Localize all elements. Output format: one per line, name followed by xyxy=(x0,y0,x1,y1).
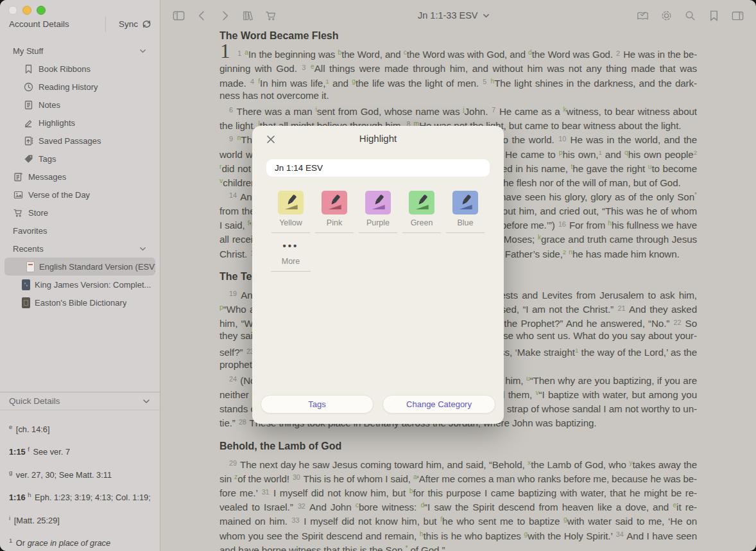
sidebar-item-label: Highlights xyxy=(39,118,75,128)
marker-pen-icon xyxy=(368,194,388,212)
book-cover-icon xyxy=(22,279,30,290)
chapter-number: 1 xyxy=(219,55,234,58)
quick-detail-entry: 1:15 f See ver. 7 xyxy=(9,438,151,460)
highlight-color-pink[interactable]: Pink xyxy=(314,191,355,233)
marker-pen-icon xyxy=(412,194,431,212)
note-icon xyxy=(23,100,34,110)
bible-line: mained on him. 33 I myself did not know … xyxy=(219,512,697,527)
change-category-button[interactable]: Change Category xyxy=(382,395,495,414)
color-label: Green xyxy=(411,218,433,227)
modal-buttons: Tags Change Category xyxy=(261,395,495,414)
sidebar-item-label: Verse of the Day xyxy=(28,190,90,200)
account-row: Account Details Sync xyxy=(9,16,152,32)
highlight-color-green[interactable]: Green xyxy=(401,191,442,233)
highlighter-swatch[interactable] xyxy=(365,191,391,214)
book-cover-icon xyxy=(26,261,35,272)
quick-details-list: e [ch. 14:6]1:15 f See ver. 7g ver. 27, … xyxy=(0,410,160,551)
color-label: Yellow xyxy=(279,218,302,227)
highlighter-icon xyxy=(23,118,34,128)
chevron-down-icon xyxy=(139,245,147,253)
book-cover-icon xyxy=(22,297,30,308)
marker-pen-icon xyxy=(456,194,475,212)
reference-input[interactable] xyxy=(266,159,490,177)
sidebar-nav: My StuffBook RibbonsReading HistoryNotes… xyxy=(0,42,160,311)
bible-line: ginning with God. 3 eAll things were mad… xyxy=(219,60,697,74)
tag-icon xyxy=(23,153,34,164)
favorites-label: Favorites xyxy=(13,226,47,236)
cart-icon xyxy=(13,207,24,218)
ellipsis-icon: ••• xyxy=(270,240,311,251)
sidebar-item-reading-history[interactable]: Reading History xyxy=(0,78,160,96)
highlight-color-yellow[interactable]: Yellow xyxy=(270,191,311,233)
sidebar-item-book-ribbons[interactable]: Book Ribbons xyxy=(0,60,160,78)
sidebar-item-king-james-version-complet[interactable]: King James Version: Complet... xyxy=(0,276,160,293)
recent-book-title: Easton's Bible Dictionary xyxy=(35,298,126,308)
highlighter-swatch[interactable] xyxy=(322,191,347,214)
divider xyxy=(271,232,310,233)
highlighter-swatch[interactable] xyxy=(278,191,304,214)
highlight-color-purple[interactable]: Purple xyxy=(357,191,399,233)
window-close-button[interactable] xyxy=(8,6,17,15)
marker-pen-icon xyxy=(325,194,344,212)
bible-line: 29 The next day he saw Jesus coming towa… xyxy=(219,456,697,470)
chevron-down-icon xyxy=(142,397,151,406)
sidebar-item-highlights[interactable]: Highlights xyxy=(0,114,160,132)
my-stuff-label: My Stuff xyxy=(13,46,43,56)
bible-line: 1 1 aIn the beginning was bthe Word, and… xyxy=(219,46,697,60)
bookmark-icon xyxy=(23,64,34,74)
recents-label: Recents xyxy=(13,244,44,254)
chevron-down-icon xyxy=(139,47,147,55)
modal-title: Highlight xyxy=(252,133,504,144)
sidebar-item-english-standard-version-esv[interactable]: English Standard Version (ESV) xyxy=(4,258,155,276)
highlighter-swatch[interactable] xyxy=(452,191,478,214)
bible-line: fore me.’ 31 I myself did not know him, … xyxy=(219,484,697,498)
bible-line: ness has not overcome it. xyxy=(219,89,697,103)
recent-book-title: King James Version: Complet... xyxy=(35,280,151,290)
sidebar-item-label: Messages xyxy=(28,172,66,182)
highlight-modal: Highlight YellowPinkPurpleGreenBlue ••• … xyxy=(252,126,504,424)
sidebar-item-saved-passages[interactable]: Saved Passages xyxy=(0,132,160,150)
quick-detail-entry: e [ch. 14:6] xyxy=(9,415,151,438)
color-label: Purple xyxy=(366,218,390,227)
more-label: More xyxy=(270,257,311,266)
sync-icon xyxy=(141,19,152,30)
sidebar-item-store[interactable]: Store xyxy=(0,204,160,222)
sidebar-item-tags[interactable]: Tags xyxy=(0,150,160,168)
more-colors-button[interactable]: ••• More xyxy=(270,240,311,272)
color-label: Blue xyxy=(457,218,473,227)
sidebar-item-easton-s-bible-dictionary[interactable]: Easton's Bible Dictionary xyxy=(0,293,160,311)
window-minimize-button[interactable] xyxy=(22,6,31,15)
sidebar-section-favorites[interactable]: Favorites xyxy=(0,222,160,240)
divider xyxy=(359,232,397,233)
sidebar-item-notes[interactable]: Notes xyxy=(0,96,160,114)
saved-passages-icon xyxy=(23,136,34,146)
tags-button[interactable]: Tags xyxy=(261,395,374,414)
sidebar: Account Details Sync My StuffBook Ribbon… xyxy=(0,0,160,551)
image-icon xyxy=(13,189,24,200)
quick-detail-entry: 1:16 h Eph. 1:23; 3:19; 4:13; Col. 1:19;… xyxy=(9,484,151,506)
sidebar-section-recents[interactable]: Recents xyxy=(0,240,160,258)
passage-heading: The Word Became Flesh xyxy=(219,30,697,42)
window-zoom-button[interactable] xyxy=(37,6,46,15)
sidebar-item-messages[interactable]: Messages xyxy=(0,168,160,186)
traffic-lights xyxy=(8,6,46,15)
highlighter-swatch[interactable] xyxy=(409,191,434,214)
sidebar-item-label: Notes xyxy=(39,100,60,110)
bible-line: sin zof the world! 30 This is he of whom… xyxy=(219,470,697,484)
bible-line: made. 4 fIn him was life,1 and gthe life… xyxy=(219,74,697,88)
highlight-colors: YellowPinkPurpleGreenBlue xyxy=(270,191,486,233)
quick-details-header[interactable]: Quick Details xyxy=(0,392,160,410)
quick-detail-entry: i [Matt. 25:29] xyxy=(9,507,151,529)
sidebar-item-label: Reading History xyxy=(39,82,98,92)
sidebar-item-verse-of-the-day[interactable]: Verse of the Day xyxy=(0,186,160,204)
sidebar-item-label: Saved Passages xyxy=(39,136,101,146)
divider xyxy=(271,271,311,272)
passage-heading: Behold, the Lamb of God xyxy=(219,440,697,453)
sync-button[interactable]: Sync xyxy=(119,19,152,30)
quick-detail-entry: g ver. 27, 30; See Matt. 3:11 xyxy=(9,461,151,484)
recent-book-title: English Standard Version (ESV) xyxy=(39,262,155,272)
divider xyxy=(446,232,485,233)
sidebar-section-my-stuff[interactable]: My Stuff xyxy=(0,42,160,60)
account-details-button[interactable]: Account Details xyxy=(9,19,105,29)
highlight-color-blue[interactable]: Blue xyxy=(445,191,486,233)
